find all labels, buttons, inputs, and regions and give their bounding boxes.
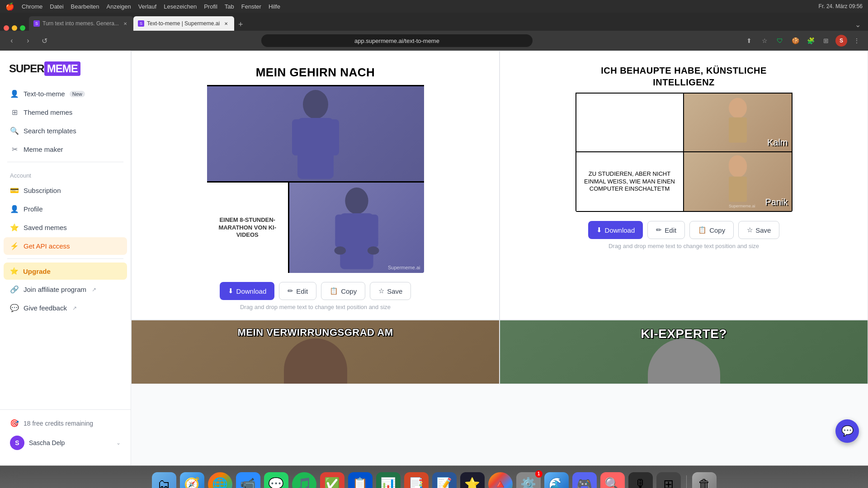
app-logo: SUPER MEME — [9, 61, 122, 76]
window-maximize-btn[interactable] — [20, 25, 25, 31]
meme1-save-btn[interactable]: ☆ Save — [370, 282, 411, 300]
meme-grid: MEIN GEHIRN NACH — [131, 51, 868, 384]
user-avatar: S — [10, 436, 24, 450]
dock-raycast[interactable]: 🔍 — [600, 472, 625, 488]
dock-gdrive[interactable]: 🔺 — [488, 472, 513, 488]
menu-hilfe[interactable]: Hilfe — [269, 3, 280, 10]
menu-verlauf[interactable]: Verlauf — [138, 3, 156, 10]
sidebar-item-upgrade[interactable]: ⭐ Upgrade — [4, 263, 127, 280]
meme1-visual: MEIN GEHIRN NACH — [207, 60, 424, 273]
meme2-edit-btn[interactable]: ✏ Edit — [647, 221, 685, 239]
meme2-download-btn[interactable]: ⬇ Download — [588, 221, 643, 239]
dock-todoist[interactable]: ✅ — [320, 472, 344, 488]
dock-safari[interactable]: 🧭 — [180, 472, 204, 488]
profile-icon: 👤 — [10, 205, 19, 213]
menu-bearbeiten[interactable]: Bearbeiten — [71, 3, 99, 10]
text-to-meme-label: Text-to-meme — [24, 90, 65, 98]
tab-1[interactable]: S Turn text into memes. Genera... ✕ — [29, 16, 133, 31]
menu-datei[interactable]: Datei — [50, 3, 63, 10]
sidebar-item-subscription[interactable]: 💳 Subscription — [4, 182, 127, 199]
copy-icon: 📋 — [330, 287, 338, 295]
window-close-btn[interactable] — [4, 25, 9, 31]
dock-excel[interactable]: 📊 — [376, 472, 401, 488]
share-icon[interactable]: ⬆ — [743, 35, 755, 47]
dock-screenflow[interactable]: 🎙 — [628, 472, 653, 488]
affiliate-icon: 🔗 — [10, 285, 19, 294]
sidebar-item-meme-maker[interactable]: ✂ Meme maker — [4, 141, 127, 158]
tab2-close[interactable]: ✕ — [222, 20, 230, 27]
dock-discord[interactable]: 🎮 — [572, 472, 597, 488]
svg-point-9 — [368, 246, 379, 254]
dock-arc[interactable]: 🌊 — [544, 472, 569, 488]
menu-fenster[interactable]: Fenster — [241, 3, 261, 10]
more-menu-btn[interactable]: ⋮ — [851, 35, 863, 47]
meme1-download-btn[interactable]: ⬇ Download — [220, 282, 275, 300]
meme1-edit-btn[interactable]: ✏ Edit — [279, 282, 316, 300]
account-section-label: Account — [0, 166, 131, 182]
sidebar-item-join-affiliate[interactable]: 🔗 Join affiliate program ↗ — [4, 281, 127, 298]
tab1-close[interactable]: ✕ — [122, 20, 129, 27]
sidebar-item-get-api-access[interactable]: ⚡ Get API access — [4, 237, 127, 255]
url-bar[interactable]: app.supermeme.ai/text-to-meme — [261, 34, 533, 47]
dock-whatsapp[interactable]: 💬 — [264, 472, 288, 488]
dock-trash[interactable]: 🗑 — [692, 472, 717, 488]
sidebar-item-themed-memes[interactable]: ⊞ Themed memes — [4, 103, 127, 121]
api-access-icon: ⚡ — [10, 242, 19, 250]
menu-lesezeichen[interactable]: Lesezeichen — [164, 3, 197, 10]
window-minimize-btn[interactable] — [12, 25, 17, 31]
dock-word[interactable]: 📝 — [432, 472, 457, 488]
sidebar-item-profile[interactable]: 👤 Profile — [4, 200, 127, 218]
tab-bar: S Turn text into memes. Genera... ✕ S Te… — [0, 13, 868, 31]
dock-missioncontrol[interactable]: ⊞ — [656, 472, 681, 488]
dock-chrome[interactable]: 🌐 — [208, 472, 232, 488]
upgrade-label: Upgrade — [23, 267, 51, 275]
extension-icon[interactable]: 🧩 — [805, 35, 816, 47]
meme2-save-btn[interactable]: ☆ Save — [738, 221, 779, 239]
tab-2[interactable]: S Text-to-meme | Supermeme.ai ✕ — [133, 16, 234, 31]
dock-spotify[interactable]: 🎵 — [292, 472, 316, 488]
menu-profil[interactable]: Profil — [204, 3, 217, 10]
meme-card-4: KI-EXPERTE? — [500, 320, 868, 384]
dock-notchmeister[interactable]: ⭐ — [460, 472, 485, 488]
sidebar-item-search-templates[interactable]: 🔍 Search templates — [4, 122, 127, 140]
tab1-title: Turn text into memes. Genera... — [42, 20, 119, 27]
edit2-icon: ✏ — [656, 226, 662, 234]
svg-rect-1 — [297, 118, 334, 179]
user-row[interactable]: S Sascha Delp ⌄ — [4, 431, 127, 455]
sidebar-item-give-feedback[interactable]: 💬 Give feedback ↗ — [4, 299, 127, 317]
menu-tab[interactable]: Tab — [225, 3, 234, 10]
dock-zoom[interactable]: 📹 — [236, 472, 260, 488]
toolbar-right: ⬆ ☆ 🛡 🍪 🧩 ⊞ S ⋮ — [743, 35, 863, 47]
tab-expand-btn[interactable]: ⌄ — [851, 19, 864, 31]
svg-rect-7 — [369, 215, 378, 248]
dock-powerpoint[interactable]: 📑 — [404, 472, 429, 488]
bookmark-icon[interactable]: ☆ — [759, 35, 770, 47]
app-container: SUPER MEME 👤 Text-to-meme New ⊞ Themed m… — [0, 51, 868, 465]
sidebar: SUPER MEME 👤 Text-to-meme New ⊞ Themed m… — [0, 51, 131, 465]
account-nav: 💳 Subscription 👤 Profile ⭐ Saved memes ⚡… — [0, 182, 131, 255]
meme1-copy-btn[interactable]: 📋 Copy — [321, 282, 365, 300]
feedback-icon: 💬 — [10, 304, 19, 312]
meme-maker-label: Meme maker — [24, 145, 63, 153]
edit-icon: ✏ — [288, 287, 293, 295]
menu-anzeigen[interactable]: Anzeigen — [107, 3, 131, 10]
forward-btn[interactable]: › — [22, 34, 34, 47]
svg-point-8 — [334, 246, 346, 254]
browser-profile-btn[interactable]: S — [835, 35, 847, 47]
new-tab-btn[interactable]: + — [234, 18, 247, 31]
menu-chrome[interactable]: Chrome — [22, 3, 42, 10]
chat-bubble-btn[interactable]: 💬 — [835, 419, 859, 443]
sidebar-item-saved-memes[interactable]: ⭐ Saved memes — [4, 219, 127, 236]
dock-preferences[interactable]: ⚙️ 1 — [516, 472, 541, 488]
panik-cell-text: ZU STUDIEREN, ABER NICHT EINMAL WEISS, W… — [576, 152, 684, 211]
refresh-btn[interactable]: ↺ — [38, 34, 51, 47]
sidebar-item-text-to-meme[interactable]: 👤 Text-to-meme New — [4, 85, 127, 103]
extension2-icon[interactable]: ⊞ — [820, 35, 832, 47]
apple-icon[interactable]: 🍎 — [5, 2, 14, 11]
meme2-copy-btn[interactable]: 📋 Copy — [689, 221, 734, 239]
dock-finder[interactable]: 🗂 — [152, 472, 176, 488]
back-btn[interactable]: ‹ — [5, 34, 18, 47]
extension-shield-icon[interactable]: 🛡 — [774, 35, 786, 47]
dock-trello[interactable]: 📋 — [348, 472, 373, 488]
extension-cookie-icon[interactable]: 🍪 — [789, 35, 801, 47]
